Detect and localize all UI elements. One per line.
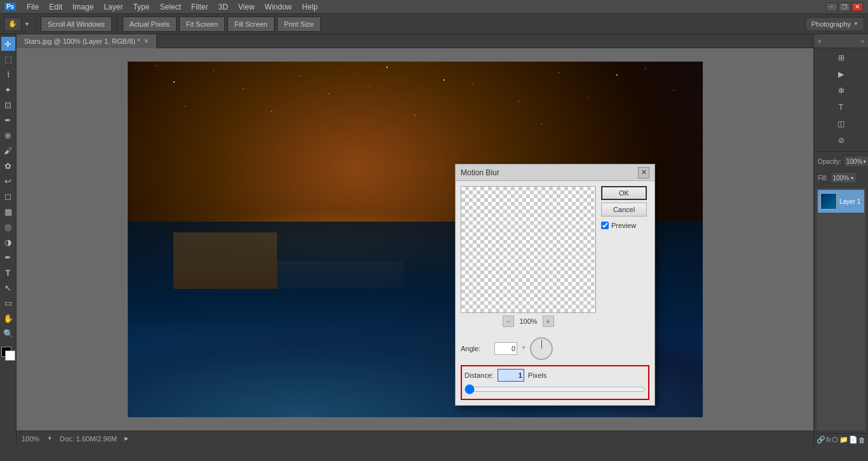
menu-edit[interactable]: Edit bbox=[44, 1, 67, 13]
workspace-arrow-icon: ▼ bbox=[853, 21, 858, 27]
distance-section-highlighted: Distance: Pixels bbox=[461, 365, 649, 400]
panel-tool-1[interactable]: ⊞ bbox=[834, 51, 848, 65]
toolbar-divider-1 bbox=[35, 18, 36, 30]
angle-input[interactable] bbox=[494, 342, 517, 355]
document-tab[interactable]: Stars.jpg @ 100% (Layer 1, RGB/8) * ✕ bbox=[17, 34, 157, 48]
marquee-tool[interactable]: ⬚ bbox=[1, 52, 15, 66]
canvas-container: Motion Blur ✕ − 100% + bbox=[17, 48, 813, 431]
fx-icon[interactable]: fx bbox=[826, 436, 831, 443]
zoom-tool[interactable]: 🔍 bbox=[1, 326, 15, 340]
magic-wand-tool[interactable]: ✦ bbox=[1, 83, 15, 97]
eraser-tool[interactable]: ◻ bbox=[1, 189, 15, 203]
pen-tool[interactable]: ✒ bbox=[1, 250, 15, 264]
menu-3d[interactable]: 3D bbox=[213, 1, 233, 13]
fit-screen-button[interactable]: Fit Screen bbox=[179, 17, 225, 32]
distance-row: Distance: Pixels bbox=[465, 369, 646, 382]
workspace-selector[interactable]: Photography ▼ bbox=[806, 17, 864, 31]
preview-checkbox-area: Preview bbox=[601, 222, 649, 229]
path-selection-tool[interactable]: ↖ bbox=[1, 281, 15, 295]
dialog-title: Motion Blur bbox=[461, 168, 499, 177]
panel-tool-6[interactable]: ⊘ bbox=[834, 133, 848, 147]
panel-tool-5[interactable]: ◫ bbox=[834, 117, 848, 131]
workspace-label: Photography bbox=[811, 20, 851, 28]
distance-slider[interactable] bbox=[465, 384, 646, 394]
folder-icon[interactable]: 📁 bbox=[839, 436, 848, 444]
menu-file[interactable]: File bbox=[22, 1, 44, 13]
mask-icon[interactable]: ⬡ bbox=[832, 436, 838, 444]
main-area: ✛ ⬚ ⌇ ✦ ⊡ ✒ ⊕ 🖌 ✿ ↩ ◻ ▦ ◎ ◑ ✒ T ↖ ▭ ✋ 🔍 … bbox=[0, 34, 868, 446]
menu-help[interactable]: Help bbox=[297, 1, 323, 13]
ok-button[interactable]: OK bbox=[601, 186, 647, 200]
lasso-tool[interactable]: ⌇ bbox=[1, 67, 15, 81]
zoom-level: 100% bbox=[22, 435, 39, 443]
dialog-preview-area: − 100% + bbox=[461, 186, 596, 327]
dialog-body: − 100% + OK Cancel Preview bbox=[456, 181, 654, 332]
menu-select[interactable]: Select bbox=[154, 1, 186, 13]
cancel-button[interactable]: Cancel bbox=[601, 203, 647, 217]
menu-view[interactable]: View bbox=[233, 1, 260, 13]
stamp-tool[interactable]: ✿ bbox=[1, 159, 15, 173]
crop-tool[interactable]: ⊡ bbox=[1, 98, 15, 112]
scroll-all-windows-button[interactable]: Scroll All Windows bbox=[41, 17, 112, 32]
move-tool[interactable]: ✛ bbox=[1, 37, 15, 51]
shape-tool[interactable]: ▭ bbox=[1, 296, 15, 310]
tool-arrow: ▼ bbox=[24, 21, 30, 27]
color-swatches[interactable] bbox=[1, 347, 15, 361]
actual-pixels-button[interactable]: Actual Pixels bbox=[123, 17, 177, 32]
history-brush-tool[interactable]: ↩ bbox=[1, 174, 15, 188]
eyedropper-tool[interactable]: ✒ bbox=[1, 113, 15, 127]
tool-hand-indicator: ✋ bbox=[4, 17, 22, 31]
status-doc-info: Doc: 1.60M/2.96M bbox=[60, 435, 117, 443]
preview-checkbox[interactable] bbox=[601, 222, 609, 229]
type-tool[interactable]: T bbox=[1, 265, 15, 279]
link-icon[interactable]: 🔗 bbox=[817, 436, 825, 444]
layer-name: Layer 1 bbox=[839, 198, 860, 205]
distance-input[interactable] bbox=[498, 369, 524, 382]
fill-value: 100% bbox=[833, 175, 850, 182]
tab-bar: Stars.jpg @ 100% (Layer 1, RGB/8) * ✕ bbox=[17, 34, 813, 48]
new-layer-icon[interactable]: 📄 bbox=[849, 436, 858, 444]
dodge-tool[interactable]: ◑ bbox=[1, 235, 15, 249]
healing-tool[interactable]: ⊕ bbox=[1, 128, 15, 142]
tab-title: Stars.jpg @ 100% (Layer 1, RGB/8) * bbox=[24, 37, 140, 45]
app-logo: Ps bbox=[3, 1, 18, 13]
menu-layer[interactable]: Layer bbox=[98, 1, 128, 13]
dialog-titlebar: Motion Blur ✕ bbox=[456, 164, 654, 181]
panel-tool-2[interactable]: ▶ bbox=[834, 67, 848, 81]
menu-image[interactable]: Image bbox=[67, 1, 98, 13]
gradient-tool[interactable]: ▦ bbox=[1, 204, 15, 218]
panel-tool-4[interactable]: T bbox=[834, 100, 848, 114]
angle-dial[interactable] bbox=[530, 337, 553, 360]
fill-screen-button[interactable]: Fill Screen bbox=[227, 17, 275, 32]
panel-tool-3[interactable]: ✼ bbox=[834, 84, 848, 98]
brush-tool[interactable]: 🖌 bbox=[1, 144, 15, 157]
panel-header-1: ≡ « bbox=[814, 34, 868, 48]
angle-degree-symbol: ° bbox=[522, 345, 525, 352]
angle-label: Angle: bbox=[461, 345, 489, 352]
blur-tool[interactable]: ◎ bbox=[1, 220, 15, 234]
zoom-out-button[interactable]: − bbox=[503, 316, 514, 327]
opacity-row: Opacity: 100% ▼ bbox=[814, 153, 868, 170]
menu-bar: Ps File Edit Image Layer Type Select Fil… bbox=[0, 0, 868, 14]
fill-row: Fill: 100% ▼ bbox=[814, 170, 868, 186]
distance-label: Distance: bbox=[465, 371, 494, 379]
dialog-close-button[interactable]: ✕ bbox=[638, 167, 649, 178]
hand-tool[interactable]: ✋ bbox=[1, 311, 15, 325]
zoom-percent: 100% bbox=[519, 317, 537, 325]
menu-filter[interactable]: Filter bbox=[186, 1, 214, 13]
window-close[interactable]: ✕ bbox=[851, 3, 863, 11]
print-size-button[interactable]: Print Size bbox=[277, 17, 321, 32]
window-restore[interactable]: ❐ bbox=[839, 3, 850, 11]
delete-layer-icon[interactable]: 🗑 bbox=[858, 436, 865, 444]
toolbar-divider-2 bbox=[117, 18, 118, 30]
layer-item[interactable]: Layer 1 bbox=[818, 190, 864, 213]
window-minimize[interactable]: − bbox=[826, 3, 837, 11]
zoom-in-button[interactable]: + bbox=[543, 316, 554, 327]
canvas-area: Stars.jpg @ 100% (Layer 1, RGB/8) * ✕ bbox=[17, 34, 813, 446]
preview-canvas bbox=[461, 186, 596, 313]
tab-close-button[interactable]: ✕ bbox=[144, 37, 149, 44]
status-arrow-icon: ▶ bbox=[125, 436, 128, 441]
menu-type[interactable]: Type bbox=[128, 1, 154, 13]
background-color[interactable] bbox=[5, 351, 15, 361]
menu-window[interactable]: Window bbox=[260, 1, 297, 13]
